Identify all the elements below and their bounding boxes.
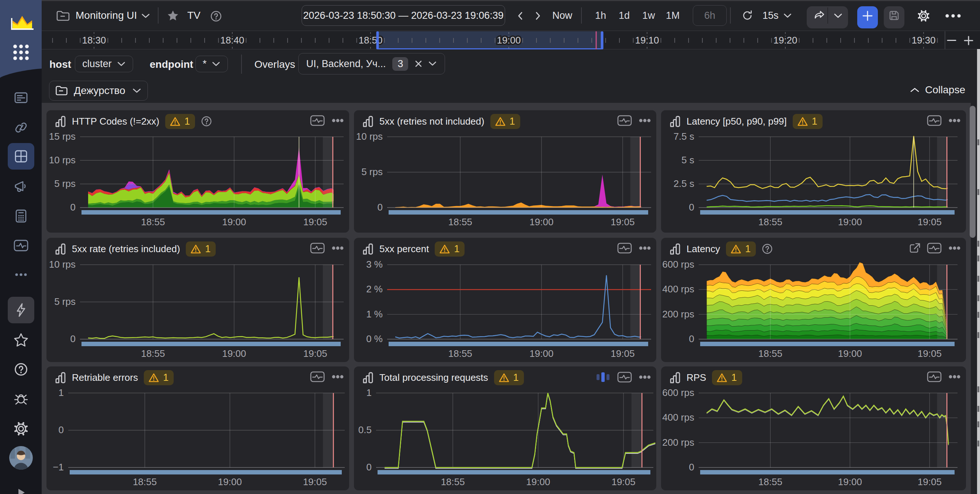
svg-text:19:30: 19:30 bbox=[912, 35, 935, 46]
svg-text:400 rps: 400 rps bbox=[662, 283, 694, 295]
svg-text:0: 0 bbox=[689, 462, 694, 473]
svg-text:19:20: 19:20 bbox=[773, 35, 797, 46]
svg-text:19:05: 19:05 bbox=[918, 476, 942, 488]
svg-text:19:05: 19:05 bbox=[918, 216, 942, 227]
svg-text:19:05: 19:05 bbox=[611, 216, 635, 227]
svg-text:19:00: 19:00 bbox=[496, 35, 520, 46]
svg-text:0: 0 bbox=[377, 202, 383, 213]
svg-text:0: 0 bbox=[70, 202, 76, 213]
svg-text:0: 0 bbox=[366, 462, 372, 473]
svg-text:18:40: 18:40 bbox=[220, 35, 244, 46]
svg-text:19:00: 19:00 bbox=[218, 476, 242, 488]
svg-text:0: 0 bbox=[59, 424, 64, 435]
svg-text:5 rps: 5 rps bbox=[361, 166, 383, 177]
svg-text:600 rps: 600 rps bbox=[662, 387, 694, 398]
svg-text:18:55: 18:55 bbox=[759, 348, 783, 359]
svg-text:400 rps: 400 rps bbox=[662, 412, 694, 423]
svg-text:0: 0 bbox=[689, 333, 694, 344]
svg-text:19:00: 19:00 bbox=[838, 348, 862, 359]
svg-text:0 %: 0 % bbox=[366, 333, 383, 344]
svg-text:10 rps: 10 rps bbox=[356, 131, 383, 142]
svg-text:0.5: 0.5 bbox=[358, 424, 372, 435]
svg-text:2 %: 2 % bbox=[366, 283, 383, 295]
svg-text:10 rps: 10 rps bbox=[49, 259, 76, 270]
svg-text:18:50: 18:50 bbox=[358, 35, 382, 46]
svg-text:0: 0 bbox=[70, 333, 76, 344]
svg-text:18:55: 18:55 bbox=[133, 476, 157, 488]
svg-text:19:05: 19:05 bbox=[918, 348, 942, 359]
svg-text:19:00: 19:00 bbox=[222, 348, 246, 359]
svg-text:200 rps: 200 rps bbox=[662, 308, 694, 319]
svg-text:19:05: 19:05 bbox=[611, 476, 635, 488]
svg-text:19:00: 19:00 bbox=[526, 476, 550, 488]
svg-text:1: 1 bbox=[59, 387, 64, 398]
svg-text:5 rps: 5 rps bbox=[54, 296, 76, 307]
svg-text:2.5 s: 2.5 s bbox=[674, 178, 694, 189]
svg-text:1 %: 1 % bbox=[366, 308, 383, 319]
svg-text:18:55: 18:55 bbox=[141, 216, 165, 227]
svg-text:15 rps: 15 rps bbox=[49, 131, 76, 142]
svg-text:18:55: 18:55 bbox=[759, 476, 783, 488]
svg-text:19:10: 19:10 bbox=[635, 35, 659, 46]
svg-text:19:05: 19:05 bbox=[303, 216, 327, 227]
svg-text:18:30: 18:30 bbox=[82, 35, 106, 46]
svg-text:19:00: 19:00 bbox=[530, 216, 554, 227]
svg-text:19:00: 19:00 bbox=[838, 216, 862, 227]
svg-text:10 rps: 10 rps bbox=[49, 154, 76, 165]
svg-text:0: 0 bbox=[689, 202, 694, 213]
svg-text:3 %: 3 % bbox=[366, 259, 383, 270]
svg-text:1: 1 bbox=[366, 387, 372, 398]
svg-text:5 rps: 5 rps bbox=[54, 178, 76, 189]
svg-text:19:05: 19:05 bbox=[611, 348, 635, 359]
svg-text:19:00: 19:00 bbox=[530, 348, 554, 359]
svg-text:7.5 s: 7.5 s bbox=[674, 131, 694, 142]
svg-text:18:55: 18:55 bbox=[448, 348, 472, 359]
svg-text:600 rps: 600 rps bbox=[662, 259, 694, 270]
svg-text:−1: −1 bbox=[53, 462, 64, 473]
svg-text:18:55: 18:55 bbox=[441, 476, 465, 488]
svg-text:19:00: 19:00 bbox=[838, 476, 862, 488]
svg-text:18:55: 18:55 bbox=[141, 348, 165, 359]
svg-text:19:05: 19:05 bbox=[303, 348, 327, 359]
svg-text:18:55: 18:55 bbox=[759, 216, 783, 227]
svg-text:200 rps: 200 rps bbox=[662, 437, 694, 448]
svg-text:19:05: 19:05 bbox=[303, 476, 327, 488]
svg-text:19:00: 19:00 bbox=[222, 216, 246, 227]
svg-text:5 s: 5 s bbox=[681, 154, 694, 165]
svg-text:18:55: 18:55 bbox=[448, 216, 472, 227]
